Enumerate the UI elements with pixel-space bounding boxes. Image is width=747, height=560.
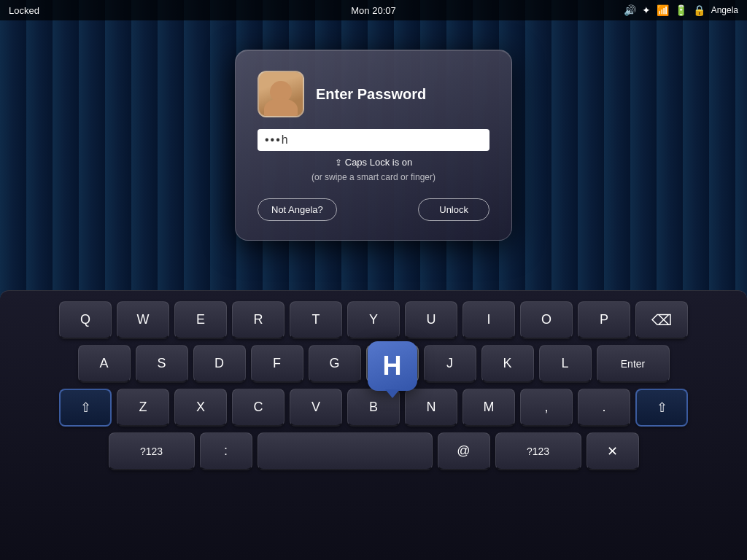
- swipe-notice: (or swipe a smart card or finger): [258, 172, 489, 182]
- key-shift-left[interactable]: ⇧: [59, 389, 112, 427]
- key-t[interactable]: T: [290, 301, 342, 339]
- volume-icon: 🔊: [624, 4, 636, 16]
- key-numbers-right[interactable]: ?123: [495, 432, 581, 470]
- password-input[interactable]: [258, 129, 489, 151]
- key-at[interactable]: @: [438, 432, 490, 470]
- keyboard: Q W E R T Y U I O P ⌫ A S D F G H J K L …: [0, 290, 747, 560]
- key-m[interactable]: M: [462, 389, 515, 427]
- not-angela-button[interactable]: Not Angela?: [258, 198, 337, 221]
- dialog-buttons: Not Angela? Unlock: [258, 198, 489, 221]
- dialog-title: Enter Password: [316, 86, 426, 103]
- key-y[interactable]: Y: [347, 301, 400, 339]
- key-s[interactable]: S: [136, 345, 188, 383]
- dialog-header: Enter Password: [258, 71, 489, 117]
- avatar-face: [259, 72, 303, 116]
- key-h[interactable]: H: [366, 345, 419, 383]
- h-popup: H: [368, 341, 417, 392]
- key-f[interactable]: F: [251, 345, 303, 383]
- key-o[interactable]: O: [520, 301, 573, 339]
- caps-lock-text: Caps Lock is on: [345, 157, 413, 168]
- key-row-1: Q W E R T Y U I O P ⌫: [7, 301, 740, 339]
- lock-icon: 🔒: [693, 4, 705, 16]
- key-a[interactable]: A: [78, 345, 131, 383]
- key-row-4: ?123 : @ ?123 ✕: [7, 432, 740, 470]
- key-row-3: ⇧ Z X C V B N M , . ⇧: [7, 389, 740, 427]
- key-d[interactable]: D: [193, 345, 246, 383]
- caps-lock-notice: ⇪ Caps Lock is on: [258, 157, 489, 168]
- key-j[interactable]: J: [424, 345, 476, 383]
- topbar: Locked Mon 20:07 🔊 ✦ 📶 🔋 🔒 Angela: [0, 0, 747, 20]
- key-k[interactable]: K: [481, 345, 534, 383]
- key-e[interactable]: E: [174, 301, 227, 339]
- key-p[interactable]: P: [578, 301, 630, 339]
- username: Angela: [711, 5, 738, 15]
- key-l[interactable]: L: [539, 345, 592, 383]
- key-x[interactable]: X: [174, 389, 227, 427]
- key-n[interactable]: N: [405, 389, 457, 427]
- locked-label: Locked: [9, 5, 39, 16]
- key-colon[interactable]: :: [200, 432, 252, 470]
- key-space[interactable]: [258, 432, 433, 470]
- key-comma[interactable]: ,: [520, 389, 573, 427]
- topbar-right: 🔊 ✦ 📶 🔋 🔒 Angela: [624, 4, 738, 16]
- key-z[interactable]: Z: [117, 389, 169, 427]
- key-period[interactable]: .: [578, 389, 630, 427]
- key-v[interactable]: V: [290, 389, 342, 427]
- key-w[interactable]: W: [117, 301, 169, 339]
- key-backspace[interactable]: ⌫: [635, 301, 688, 339]
- caps-lock-icon: ⇪: [335, 158, 342, 168]
- key-numbers-left[interactable]: ?123: [109, 432, 195, 470]
- h-bubble: H: [368, 341, 417, 391]
- dialog-title-wrap: Enter Password: [316, 86, 426, 103]
- clock: Mon 20:07: [351, 5, 395, 16]
- key-row-2: A S D F G H J K L Enter: [7, 345, 740, 383]
- key-u[interactable]: U: [405, 301, 457, 339]
- key-i[interactable]: I: [462, 301, 515, 339]
- key-r[interactable]: R: [232, 301, 285, 339]
- key-g[interactable]: G: [309, 345, 361, 383]
- battery-icon: 🔋: [675, 4, 687, 16]
- avatar: [258, 71, 304, 117]
- key-shift-right[interactable]: ⇧: [635, 389, 688, 427]
- password-field-wrap[interactable]: [258, 129, 489, 151]
- lock-dialog: Enter Password ⇪ Caps Lock is on (or swi…: [235, 50, 512, 241]
- key-c[interactable]: C: [232, 389, 285, 427]
- key-settings[interactable]: ✕: [587, 432, 639, 470]
- unlock-button[interactable]: Unlock: [418, 198, 489, 221]
- key-q[interactable]: Q: [59, 301, 112, 339]
- bluetooth-icon: ✦: [642, 4, 651, 16]
- key-enter[interactable]: Enter: [597, 345, 670, 383]
- wifi-icon: 📶: [657, 4, 669, 16]
